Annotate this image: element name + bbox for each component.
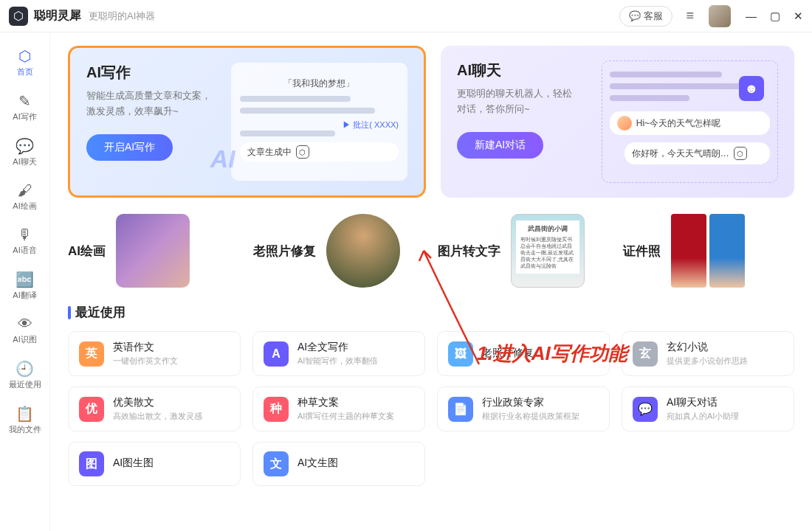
sidebar-label-6: AI识图 [13, 334, 36, 345]
sidebar-label-5: AI翻译 [13, 290, 36, 301]
sidebar-icon-6: 👁 [18, 316, 32, 333]
recent-title-2: 老照片修复 [482, 347, 599, 360]
sidebar-label-7: 最近使用 [9, 379, 41, 390]
tile-title-3: 证件照 [623, 243, 661, 260]
feature-tile-3[interactable]: 证件照 [623, 214, 795, 288]
sidebar-icon-5: 🔤 [16, 271, 34, 288]
preview-doc-title: 「我和我的梦想」 [240, 77, 399, 90]
support-button[interactable]: 💬 客服 [619, 6, 672, 27]
sidebar-item-8[interactable]: 📋我的文件 [4, 399, 46, 441]
sidebar-label-3: AI绘画 [13, 201, 36, 212]
recent-title-0: 英语作文 [113, 341, 230, 354]
sidebar-item-2[interactable]: 💬AI聊天 [4, 131, 46, 173]
recent-item-4[interactable]: 优优美散文高效输出散文，激发灵感 [68, 386, 241, 431]
close-button[interactable]: ✕ [794, 10, 803, 23]
maximize-button[interactable]: ▢ [770, 10, 780, 23]
hero-chat-desc1: 更聪明的聊天机器人，轻松 [457, 88, 572, 99]
sidebar-item-1[interactable]: ✎AI写作 [4, 86, 46, 128]
tile-image-draw [116, 214, 190, 288]
sidebar-item-0[interactable]: ⬡首页 [4, 41, 46, 83]
recent-item-2[interactable]: 🖼老照片修复 [437, 331, 610, 376]
sidebar-icon-7: 🕘 [16, 360, 34, 378]
recent-icon-1: A [264, 341, 289, 367]
recent-icon-7: 💬 [633, 397, 658, 422]
chat-preview-panel: ☻ Hi~今天的天气怎样呢 你好呀，今天天气晴朗… ⬡ [602, 60, 778, 183]
recent-item-5[interactable]: 种种草文案AI撰写任何主题的种草文案 [252, 386, 425, 431]
recent-title-6: 行业政策专家 [482, 396, 599, 409]
feature-tile-0[interactable]: AI绘画 [68, 214, 240, 288]
tile-title-1: 老照片修复 [253, 243, 316, 260]
recent-title-4: 优美散文 [113, 396, 230, 409]
hero-card-write[interactable]: AI写作 智能生成高质量文章和文案， 激发灵感，效率飙升~ 开启AI写作 AI … [68, 46, 426, 198]
tile-image-ocr: 武昌街的小调有时候到重庆随便买书总会不自当地跳过武昌街去走一圈,最近发现武昌街大… [511, 214, 585, 288]
bot-avatar-icon [617, 116, 632, 131]
sidebar-icon-3: 🖌 [18, 182, 32, 199]
preview-status-text: 文章生成中 [247, 146, 292, 159]
recent-title-8: AI图生图 [113, 457, 230, 470]
hero-card-chat[interactable]: AI聊天 更聪明的聊天机器人，轻松 对话，答你所问~ 新建AI对话 ☻ Hi~今… [441, 46, 794, 198]
recent-title-9: AI文生图 [297, 457, 414, 470]
recent-item-6[interactable]: 📄行业政策专家根据行业名称提供政策框架 [437, 386, 610, 431]
recent-desc-3: 提供更多小说创作思路 [667, 355, 783, 367]
feature-tile-1[interactable]: 老照片修复 [253, 214, 425, 288]
chat-fab-icon: ☻ [739, 76, 764, 101]
recent-title-5: 种草文案 [297, 396, 414, 409]
sidebar-icon-2: 💬 [16, 137, 34, 155]
preview-annotation-note: ▶ 批注( XXXX) [240, 119, 399, 131]
recent-title-1: AI全文写作 [297, 341, 414, 354]
sidebar-label-1: AI写作 [13, 111, 36, 122]
sidebar: ⬡首页✎AI写作💬AI聊天🖌AI绘画🎙AI语音🔤AI翻译👁AI识图🕘最近使用📋我… [0, 32, 50, 531]
recent-item-8[interactable]: 图AI图生图 [68, 442, 241, 486]
start-write-button[interactable]: 开启AI写作 [86, 134, 173, 161]
recent-item-9[interactable]: 文AI文生图 [252, 442, 425, 486]
section-bar [68, 306, 71, 319]
sidebar-icon-1: ✎ [18, 92, 31, 110]
feature-tile-2[interactable]: 图片转文字武昌街的小调有时候到重庆随便买书总会不自当地跳过武昌街去走一圈,最近发… [438, 214, 610, 288]
ai-watermark: AI [210, 145, 235, 173]
recent-desc-0: 一键创作英文作文 [113, 355, 230, 367]
minimize-button[interactable]: — [746, 10, 757, 23]
recent-icon-6: 📄 [448, 397, 473, 422]
hero-write-title: AI写作 [86, 63, 231, 83]
sidebar-item-3[interactable]: 🖌AI绘画 [4, 176, 46, 218]
sidebar-label-8: 我的文件 [9, 424, 41, 435]
sidebar-label-4: AI语音 [13, 245, 36, 256]
recent-item-0[interactable]: 英英语作文一键创作英文作文 [68, 331, 241, 376]
app-title: 聪明灵犀 [34, 8, 81, 24]
sidebar-icon-0: ⬡ [18, 47, 31, 65]
hero-write-desc2: 激发灵感，效率飙升~ [86, 105, 179, 117]
hero-write-desc1: 智能生成高质量文章和文案， [86, 90, 211, 101]
logo-badge-icon: ⬡ [296, 145, 309, 159]
new-chat-button[interactable]: 新建AI对话 [457, 132, 543, 159]
chat-bubble-2: 你好呀，今天天气晴朗… [632, 148, 729, 160]
hero-chat-title: AI聊天 [457, 60, 602, 80]
recent-item-7[interactable]: 💬AI聊天对话宛如真人的AI小助理 [622, 386, 794, 431]
sidebar-icon-8: 📋 [16, 405, 34, 423]
recent-title-7: AI聊天对话 [667, 396, 783, 409]
support-label: 客服 [644, 10, 663, 23]
sidebar-item-6[interactable]: 👁AI识图 [4, 310, 46, 351]
sidebar-icon-4: 🎙 [18, 226, 32, 243]
chat-bubble-1: Hi~今天的天气怎样呢 [636, 117, 720, 130]
write-preview-panel: AI 「我和我的梦想」 ▶ 批注( XXXX) 文章生成中 ⬡ [231, 63, 407, 181]
sidebar-label-0: 首页 [17, 66, 33, 77]
menu-icon[interactable]: ≡ [680, 8, 700, 24]
recent-desc-4: 高效输出散文，激发灵感 [113, 411, 230, 422]
recent-desc-7: 宛如真人的AI小助理 [667, 411, 783, 422]
app-logo-icon: ⬡ [9, 7, 28, 26]
recent-icon-2: 🖼 [448, 341, 473, 367]
chat-bubble-icon: 💬 [629, 10, 641, 21]
recent-item-1[interactable]: AAI全文写作AI智能写作，效率翻倍 [252, 331, 425, 376]
sidebar-item-7[interactable]: 🕘最近使用 [4, 354, 46, 396]
recent-icon-3: 玄 [633, 341, 658, 367]
recent-item-3[interactable]: 玄玄幻小说提供更多小说创作思路 [622, 331, 794, 376]
tile-image-photo [326, 214, 400, 288]
logo-badge-icon: ⬡ [734, 147, 747, 160]
user-avatar[interactable] [709, 5, 731, 27]
recent-icon-0: 英 [79, 341, 104, 367]
sidebar-item-5[interactable]: 🔤AI翻译 [4, 265, 46, 307]
sidebar-item-4[interactable]: 🎙AI语音 [4, 221, 46, 262]
recent-header: 最近使用 [75, 304, 125, 321]
sidebar-label-2: AI聊天 [13, 156, 36, 167]
recent-icon-9: 文 [264, 451, 289, 476]
